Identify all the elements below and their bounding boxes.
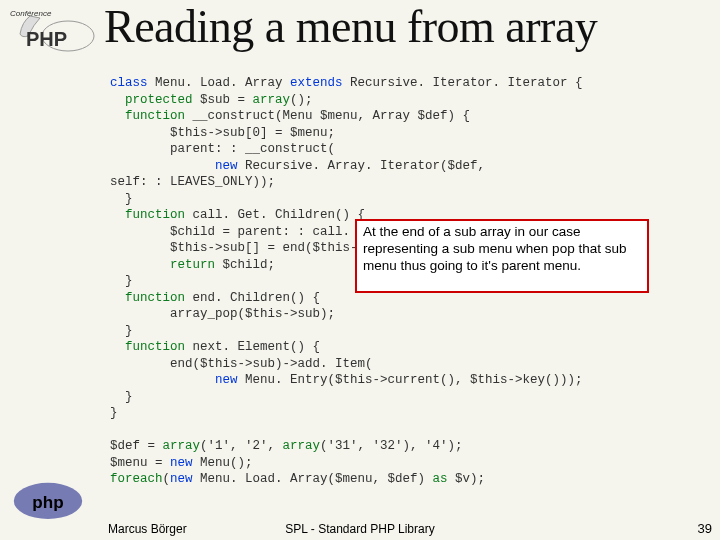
annotation-callout: At the end of a sub array in our case re…: [355, 219, 649, 293]
page-number: 39: [698, 521, 712, 536]
php-logo-icon: php: [10, 480, 86, 522]
svg-text:PHP: PHP: [26, 28, 67, 50]
svg-text:php: php: [32, 493, 63, 512]
slide-title: Reading a menu from array: [104, 0, 597, 53]
conference-php-logo-icon: Conférence PHP: [8, 6, 96, 64]
footer-title: SPL - Standard PHP Library: [0, 522, 720, 536]
svg-text:Conférence: Conférence: [10, 9, 52, 18]
